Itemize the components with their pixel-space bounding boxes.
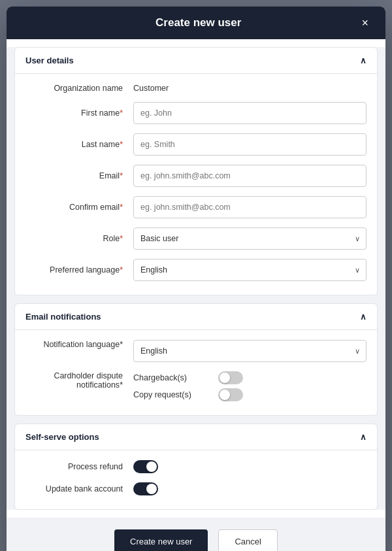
preferred-lang-select-wrapper: English French Spanish ∨ [133,259,367,281]
chargebacks-label: Chargeback(s) [133,373,212,382]
cardholder-dispute-label: Cardholder dispute notifications* [25,371,133,390]
notifications-fields: Notification language* English French Sp… [15,330,377,415]
org-name-value: Customer [133,84,367,93]
cardholder-toggles: Chargeback(s) Copy request(s) [133,371,367,401]
close-button[interactable]: × [357,16,372,30]
role-label: Role* [25,234,133,243]
email-notifications-label: Email notifications [25,312,101,322]
process-refund-thumb [146,461,157,472]
process-refund-row: Process refund [25,456,367,478]
first-name-label: First name* [25,109,133,118]
role-row: Role* Basic user Admin Manager ∨ [25,223,367,254]
confirm-email-input[interactable] [133,196,367,218]
copy-requests-toggle-row: Copy request(s) [133,388,367,401]
user-details-label: User details [25,56,74,65]
self-serve-header: Self-serve options ∧ [15,424,377,450]
update-bank-track [133,482,158,495]
modal-body: User details ∧ Organization name Custome… [7,47,385,510]
modal: Create new user × User details ∧ Organiz… [7,7,385,551]
confirm-email-row: Confirm email* [25,192,367,223]
self-serve-chevron-icon: ∧ [360,432,367,442]
email-notifications-section: Email notifications ∧ Notification langu… [14,303,378,416]
org-name-label: Organization name [25,84,133,93]
chargebacks-thumb [220,373,230,383]
org-name-row: Organization name Customer [25,79,367,97]
preferred-lang-row: Preferred language* English French Spani… [25,254,367,286]
update-bank-row: Update bank account [25,478,367,500]
copy-requests-toggle[interactable] [218,388,243,401]
notif-lang-row: Notification language* English French Sp… [25,335,367,367]
notif-lang-select[interactable]: English French Spanish [133,340,367,362]
chargebacks-toggle-row: Chargeback(s) [133,371,367,384]
user-details-chevron-icon: ∧ [360,56,367,65]
email-input[interactable] [133,165,367,187]
role-select-wrapper: Basic user Admin Manager ∨ [133,227,367,250]
copy-requests-track [218,388,243,401]
preferred-lang-label: Preferred language* [25,265,133,275]
notif-lang-select-wrapper: English French Spanish ∨ [133,340,367,362]
notif-lang-label: Notification language* [25,340,133,349]
self-serve-section: Self-serve options ∧ Process refund Upda… [14,424,378,510]
cancel-button[interactable]: Cancel [218,529,277,551]
process-refund-track [133,460,158,473]
user-details-section: User details ∧ Organization name Custome… [14,47,378,295]
last-name-label: Last name* [25,140,133,149]
self-serve-label: Self-serve options [25,432,99,442]
modal-header: Create new user × [7,7,385,39]
first-name-input[interactable] [133,102,367,124]
email-notifications-header: Email notifications ∧ [15,304,377,330]
chargebacks-toggle[interactable] [218,371,243,384]
user-details-header: User details ∧ [15,48,377,74]
self-serve-fields: Process refund Update bank account [15,450,377,509]
chargebacks-track [218,371,243,384]
update-bank-thumb [146,484,157,494]
update-bank-toggle[interactable] [133,482,158,495]
last-name-row: Last name* [25,129,367,160]
role-select[interactable]: Basic user Admin Manager [133,227,367,250]
email-notifications-chevron-icon: ∧ [360,312,367,322]
last-name-input[interactable] [133,133,367,156]
copy-requests-label: Copy request(s) [133,390,212,399]
copy-requests-thumb [220,390,230,400]
confirm-email-label: Confirm email* [25,203,133,212]
modal-footer: Create new user Cancel [7,518,385,551]
email-label: Email* [25,171,133,180]
user-details-fields: Organization name Customer First name* L… [15,74,377,295]
process-refund-toggle[interactable] [133,460,158,473]
modal-title: Create new user [39,16,357,29]
preferred-lang-select[interactable]: English French Spanish [133,259,367,281]
create-new-user-button[interactable]: Create new user [114,529,208,551]
first-name-row: First name* [25,97,367,129]
cardholder-dispute-row: Cardholder dispute notifications* Charge… [25,367,367,406]
update-bank-label: Update bank account [25,484,133,493]
email-row: Email* [25,160,367,192]
process-refund-label: Process refund [25,462,133,471]
